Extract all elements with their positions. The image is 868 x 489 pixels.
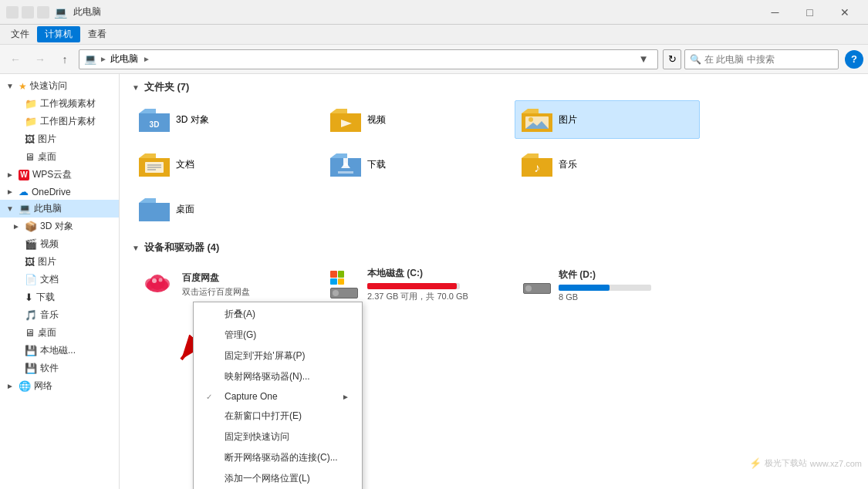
context-menu: 折叠(A) 管理(G) 固定到'开始'屏幕(P) 映射网络驱动器(N)... ✓ [193, 302, 363, 489]
folder-label: 下载 [367, 158, 386, 171]
svg-point-39 [159, 278, 163, 282]
content-area: ▼ 文件夹 (7) 3D 3D 对象 [120, 74, 868, 489]
ctx-pin-start[interactable]: 固定到'开始'屏幕(P) [194, 346, 362, 366]
expand-icon: ▼ [6, 204, 15, 213]
ctx-disconnect[interactable]: 断开网络驱动器的连接(C)... [194, 447, 362, 468]
address-bar[interactable]: 💻 ► 此电脑 ► ▼ [79, 49, 658, 69]
sidebar-label: 文档 [40, 273, 59, 286]
minimize-button[interactable]: ─ [758, 0, 792, 25]
search-bar[interactable]: 🔍 [684, 49, 839, 69]
ctx-collapse[interactable]: 折叠(A) [194, 304, 362, 325]
expand-icon: ► [6, 187, 15, 196]
documents-folder-icon [139, 150, 170, 178]
sidebar-item-dl[interactable]: ⬇ 下载 [0, 288, 119, 306]
ctx-capture[interactable]: ✓ Capture One ► [194, 387, 362, 406]
sidebar-item-3d[interactable]: ► 📦 3D 对象 [0, 218, 119, 235]
menu-bar: 文件 计算机 查看 [0, 25, 868, 45]
folder-item-desktop[interactable]: 桌面 [132, 190, 317, 228]
maximize-button[interactable]: □ [792, 0, 827, 25]
address-dropdown-button[interactable]: ▼ [634, 50, 653, 69]
folders-section-title: ▼ 文件夹 (7) [132, 80, 856, 94]
sidebar-item-work-photo[interactable]: 📁 工作图片素材 [0, 113, 119, 130]
expand-icon: ► [6, 382, 15, 390]
svg-text:3D: 3D [150, 120, 160, 129]
sidebar-item-quick-access[interactable]: ▼ ★ 快速访问 [0, 77, 119, 95]
sidebar: ▼ ★ 快速访问 📁 工作视频素材 📁 工作图片素材 🖼 图片 🖥 桌面 ► W [0, 74, 120, 489]
computer-icon: 💻 [19, 203, 31, 214]
folder-item-videos[interactable]: 视频 [323, 100, 508, 139]
sidebar-item-onedrive[interactable]: ► ☁ OneDrive [0, 184, 119, 200]
folder-item-3d[interactable]: 3D 3D 对象 [132, 100, 317, 139]
title-bar-icons [6, 6, 49, 19]
up-button[interactable]: ↑ [54, 49, 76, 70]
sidebar-item-this-pc[interactable]: ▼ 💻 此电脑 [0, 200, 119, 218]
close-button[interactable]: ✕ [827, 0, 862, 25]
sidebar-item-wps[interactable]: ► W WPS云盘 [0, 166, 119, 184]
desktop-folder-icon [139, 195, 170, 223]
sidebar-label: 软件 [40, 362, 59, 375]
folder-icon: 📁 [25, 98, 37, 110]
sidebar-item-local-c[interactable]: 💾 本地磁... [0, 342, 119, 359]
ctx-manage[interactable]: 管理(G) [194, 325, 362, 346]
desktop-icon: 🖥 [25, 151, 35, 163]
folder-item-documents[interactable]: 文档 [132, 145, 317, 184]
title-icon-2 [22, 6, 34, 19]
svg-marker-5 [330, 109, 347, 113]
submenu-arrow: ► [342, 393, 350, 401]
forward-button[interactable]: → [29, 49, 51, 70]
device-soft-d[interactable]: 软件 (D:) 8 GB [515, 261, 700, 309]
folder-label: 视频 [367, 113, 386, 126]
sidebar-label: 图片 [38, 255, 56, 268]
menu-view[interactable]: 查看 [80, 26, 114, 42]
watermark-url: www.xz7.com [810, 459, 862, 468]
breadcrumb-arrow: ► [143, 55, 150, 63]
dl-icon: ⬇ [25, 292, 33, 303]
local-c-icon [330, 271, 361, 298]
help-button[interactable]: ? [845, 50, 863, 69]
sidebar-item-soft[interactable]: 💾 软件 [0, 359, 119, 377]
svg-marker-9 [522, 109, 539, 113]
menu-file[interactable]: 文件 [3, 26, 37, 42]
ctx-add-network[interactable]: 添加一个网络位置(L) [194, 468, 362, 489]
toolbar: ← → ↑ 💻 ► 此电脑 ► ▼ ↻ 🔍 ? [0, 45, 868, 74]
sidebar-item-network[interactable]: ► 🌐 网络 [0, 377, 119, 395]
soft-icon: 💾 [25, 363, 37, 374]
soft-d-name: 软件 (D:) [559, 268, 651, 282]
window-controls: ─ □ ✕ [758, 0, 862, 25]
doc-icon: 📄 [25, 274, 37, 285]
sidebar-label: 工作图片素材 [40, 115, 96, 128]
title-icon-1 [6, 6, 19, 19]
sidebar-item-pictures[interactable]: 🖼 图片 [0, 130, 119, 148]
network-icon: 🌐 [19, 380, 31, 392]
check-icon: ✓ [206, 393, 212, 401]
ctx-map-drive[interactable]: 映射网络驱动器(N)... [194, 366, 362, 387]
sidebar-item-doc[interactable]: 📄 文档 [0, 271, 119, 288]
menu-computer[interactable]: 计算机 [37, 26, 80, 42]
folder-item-pictures[interactable]: 图片 [515, 100, 700, 139]
svg-text:♪: ♪ [534, 161, 540, 174]
refresh-button[interactable]: ↻ [663, 49, 681, 69]
sidebar-item-music[interactable]: 🎵 音乐 [0, 306, 119, 324]
folder-item-music[interactable]: ♪ 音乐 [515, 145, 700, 184]
sidebar-label: OneDrive [32, 187, 71, 197]
sidebar-item-video[interactable]: 🎬 视频 [0, 235, 119, 253]
svg-point-38 [152, 278, 157, 283]
sidebar-label: 图片 [38, 133, 56, 146]
sidebar-item-desktop3[interactable]: 🖥 桌面 [0, 324, 119, 342]
back-button[interactable]: ← [5, 49, 26, 70]
local-c-size: 2.37 GB 可用，共 70.0 GB [367, 291, 468, 302]
folder-item-downloads[interactable]: 下载 [323, 145, 508, 184]
box-icon: 📦 [25, 221, 37, 232]
baidu-name: 百度网盘 [182, 271, 250, 285]
picture-icon2: 🖼 [25, 256, 35, 268]
sidebar-item-pic2[interactable]: 🖼 图片 [0, 253, 119, 271]
ctx-open-new[interactable]: 在新窗口中打开(E) [194, 406, 362, 427]
svg-point-13 [529, 117, 533, 122]
ctx-pin-quick[interactable]: 固定到快速访问 [194, 427, 362, 447]
search-input[interactable] [704, 54, 833, 65]
svg-rect-25 [343, 158, 348, 166]
sidebar-item-desktop[interactable]: 🖥 桌面 [0, 148, 119, 166]
sidebar-item-work-video[interactable]: 📁 工作视频素材 [0, 95, 119, 113]
baidu-icon [139, 266, 176, 303]
music-icon: 🎵 [25, 309, 37, 321]
